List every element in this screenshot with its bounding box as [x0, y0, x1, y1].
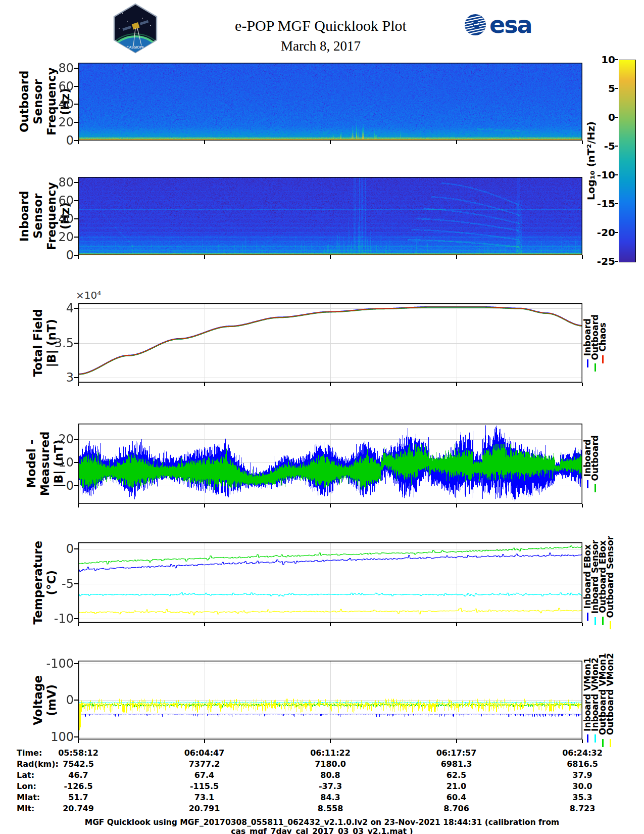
x-tick-mark: [78, 739, 79, 743]
y-tick-mark: [74, 218, 78, 219]
x-tick-mark: [204, 504, 205, 507]
legend-label: Outboard: [591, 435, 599, 481]
y-tick-label: 10: [0, 455, 74, 470]
table-cell: 62.5: [421, 770, 492, 780]
x-tick-mark: [582, 255, 583, 259]
y-tick-label: 80: [0, 175, 74, 190]
table-cell: -126.5: [43, 781, 114, 791]
y-tick-label: 20: [0, 230, 74, 244]
legend-total-field: InboardOutboardChaos: [584, 303, 619, 383]
colorbar-tick-mark: [615, 261, 618, 262]
y-tick-label: 40: [0, 212, 74, 226]
x-tick-mark: [582, 739, 583, 743]
colorbar-tick-label: -20: [590, 226, 615, 239]
esa-globe-icon: [464, 13, 487, 36]
table-cell: 60.4: [421, 793, 492, 802]
x-tick-mark: [330, 255, 331, 259]
legend-label: Chaos: [599, 322, 607, 352]
table-cell: 21.0: [421, 781, 492, 791]
y-tick-mark: [74, 308, 78, 309]
esa-logo: esa: [464, 13, 532, 36]
voltage-canvas: [78, 661, 582, 739]
legend-swatch: [602, 739, 604, 747]
x-tick-mark: [456, 141, 457, 144]
y-tick-label: 80: [0, 61, 74, 75]
colorbar-tick-mark: [615, 88, 618, 89]
table-cell: 51.7: [43, 793, 114, 802]
table-cell: 8.723: [547, 804, 618, 813]
legend-swatch: [587, 613, 588, 621]
total-field-canvas: [78, 303, 582, 383]
x-tick-mark: [204, 383, 205, 386]
legend-voltage: Inboard VMon1Inboard VMon2Outboard VMon1…: [584, 661, 619, 739]
table-cell: 8.706: [421, 804, 492, 813]
x-tick-mark: [582, 383, 583, 386]
x-tick-mark: [456, 255, 457, 259]
y-tick-mark: [74, 68, 78, 69]
table-cell: 30.0: [547, 781, 618, 791]
x-tick-mark: [204, 255, 205, 259]
legend-swatch: [595, 484, 596, 492]
colorbar-tick-mark: [615, 146, 618, 147]
y-tick-label: 20: [0, 432, 74, 446]
y-tick-label: 0: [0, 542, 74, 556]
processing-caption: MGF Quicklook using MGF_20170308_055811_…: [0, 818, 644, 834]
colorbar-tick-mark: [615, 232, 618, 233]
legend-swatch: [587, 734, 588, 743]
colorbar-tick-label: -15: [590, 198, 615, 210]
y-tick-label: 3: [0, 370, 74, 385]
esa-wordmark: esa: [489, 14, 532, 36]
legend-swatch: [610, 739, 611, 747]
table-cell: 7377.2: [169, 759, 240, 769]
legend-model-minus-measured: InboardOutboard: [584, 424, 619, 504]
y-tick-mark: [74, 583, 78, 584]
y-tick-mark: [74, 104, 78, 105]
table-cell: 8.558: [295, 804, 366, 813]
x-tick-mark: [582, 623, 583, 626]
legend-swatch: [587, 359, 588, 367]
y-tick-label: -5: [0, 577, 74, 591]
figure-date: March 8, 2017: [119, 38, 523, 54]
y-tick-mark: [74, 485, 78, 486]
legend-swatch: [595, 734, 596, 743]
x-tick-mark: [330, 141, 331, 144]
legend-swatch: [595, 363, 596, 372]
x-tick-mark: [456, 739, 457, 743]
table-cell: 6981.3: [421, 759, 492, 769]
table-cell: 06:04:47: [169, 748, 240, 758]
legend-swatch: [610, 621, 611, 629]
y-tick-mark: [74, 86, 78, 87]
table-cell: 7180.0: [295, 759, 366, 769]
colorbar-tick-label: -25: [590, 255, 615, 267]
y-tick-label: 60: [0, 79, 74, 94]
legend-swatch: [602, 355, 604, 363]
legend-swatch: [595, 617, 596, 625]
y-tick-label: 0: [0, 479, 74, 493]
temperature-canvas: [78, 542, 582, 623]
legend-entry: Outboard: [591, 435, 599, 493]
x-tick-mark: [78, 255, 79, 259]
figure-title: e-POP MGF Quicklook Plot: [119, 17, 523, 34]
x-tick-mark: [204, 141, 205, 144]
y-tick-label: 100: [0, 730, 74, 744]
x-tick-mark: [204, 623, 205, 626]
y-tick-mark: [74, 343, 78, 344]
table-cell: 6816.5: [547, 759, 618, 769]
table-cell: 20.749: [43, 804, 114, 813]
y-tick-mark: [74, 462, 78, 463]
x-tick-mark: [582, 504, 583, 507]
x-tick-mark: [330, 383, 331, 386]
table-cell: 05:58:12: [43, 748, 114, 758]
table-cell: 46.7: [43, 770, 114, 780]
y-tick-mark: [74, 200, 78, 201]
y-tick-mark: [74, 237, 78, 238]
table-cell: 67.4: [169, 770, 240, 780]
colorbar-tick-mark: [615, 117, 618, 118]
y-tick-label: 60: [0, 194, 74, 208]
y-axis-exponent-label: ×10⁴: [76, 289, 101, 301]
y-tick-mark: [74, 377, 78, 378]
y-tick-label: -100: [0, 657, 74, 671]
y-tick-mark: [74, 700, 78, 701]
table-cell: -37.3: [295, 781, 366, 791]
x-tick-mark: [78, 623, 79, 626]
